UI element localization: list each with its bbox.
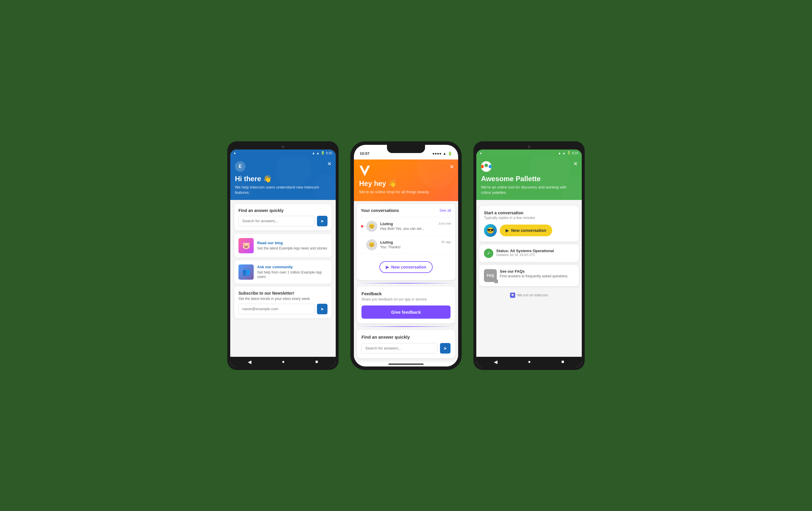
conversations-header: Your conversations See all	[357, 204, 455, 217]
conversations-container: Your conversations See all 😊 Liuting Jus	[357, 204, 455, 280]
agent-row: 😎 ▶ New conversation	[484, 224, 574, 237]
give-feedback-button[interactable]: Give feedback	[361, 305, 451, 319]
ios-signal-icon: ●●●●	[432, 151, 441, 156]
start-conversation-card: Start a conversation Typically replies i…	[479, 206, 579, 242]
signal-icon: ▲	[316, 151, 320, 155]
android-2-indicator: ●	[480, 151, 482, 155]
back-button[interactable]: ◀	[248, 359, 251, 365]
new-conversation-button-yellow[interactable]: ▶ New conversation	[500, 224, 552, 236]
android-camera-area	[230, 144, 336, 150]
ios-time: 10:07	[360, 151, 369, 156]
find-answer-title: Find an answer quickly	[361, 334, 451, 340]
find-answer-input[interactable]	[361, 343, 438, 354]
iphone-screen: 10:07 ●●●● ▲ 🔋 ✕	[354, 145, 458, 367]
conversation-name-2: Liuting	[380, 240, 393, 244]
new-conversation-button[interactable]: ▶ New conversation	[379, 261, 433, 273]
svg-point-0	[276, 157, 311, 187]
newsletter-input-row: ➤	[238, 304, 327, 314]
android-nav-bar: ◀ ● ■	[230, 357, 336, 367]
ios-subtitle: We're an online shop for all things beau…	[359, 189, 453, 195]
new-convo-label: New conversation	[392, 265, 427, 269]
faq-icon: FAQ	[484, 269, 497, 282]
faq-bubble	[494, 280, 498, 283]
faq-subtitle: Find answers to frequently asked questio…	[500, 274, 568, 279]
android-2-back-button[interactable]: ◀	[494, 359, 497, 365]
feedback-section: Feedback Share you feedback on our app o…	[357, 287, 455, 323]
yellow-btn-label: New conversation	[511, 228, 546, 233]
battery-icon: 🔋	[321, 151, 325, 155]
android-2-camera-dot	[528, 145, 530, 149]
android-2-content: Start a conversation Typically replies i…	[476, 200, 582, 357]
android-phone-2: ● ▲ ▲ 🔋 9:24 ✕	[473, 141, 585, 370]
conversation-name-row-1: Liuting Just now	[380, 222, 451, 226]
orange-pattern	[354, 160, 458, 201]
section-divider-1	[357, 283, 455, 284]
community-card-description: Get help from over 1 million Example App…	[257, 270, 327, 279]
conversations-section: Your conversations See all 😊 Liuting Jus	[357, 204, 455, 280]
community-card-title: Ask our community	[257, 265, 327, 269]
android-2-status-bar: ● ▲ ▲ 🔋 9:24	[476, 150, 582, 157]
community-thumbnail: 👥	[238, 264, 254, 280]
new-convo-row: ▶ New conversation	[357, 254, 455, 280]
conversation-preview-1: Hey Bob! Yes, you can set...	[380, 226, 451, 231]
conversation-time-1: Just now	[438, 222, 451, 226]
community-card[interactable]: 👥 Ask our community Get help from over 1…	[234, 260, 331, 284]
see-all-link[interactable]: See all	[439, 208, 451, 213]
status-card: ✓ Status: All Systems Operational Update…	[479, 244, 579, 262]
newsletter-description: Get the latest trends in your inbox ever…	[238, 297, 327, 301]
unread-indicator	[361, 225, 363, 227]
search-row: ➤	[238, 216, 327, 226]
search-button[interactable]: ➤	[317, 216, 327, 226]
ios-content: Your conversations See all 😊 Liuting Jus	[354, 201, 458, 362]
camera-dot	[282, 145, 284, 149]
blog-thumbnail: 🐷	[238, 238, 254, 253]
home-button[interactable]: ●	[282, 359, 285, 365]
yellow-btn-play-icon: ▶	[505, 228, 509, 233]
green-app-header: ✕ Awesome Pallette We're an online tool …	[476, 157, 582, 200]
conversation-content-2: Liuting 3h ago You: Thanks!	[380, 240, 451, 249]
conversation-avatar-1: 😊	[366, 221, 377, 232]
avatar-emoji-1: 😊	[369, 223, 375, 229]
android-2-home-button[interactable]: ●	[528, 359, 531, 365]
android-2-recent-button[interactable]: ■	[561, 359, 564, 365]
android-2-wifi-icon: ▲	[558, 151, 561, 155]
find-answer-button[interactable]: ➤	[440, 343, 451, 354]
status-icons: ▲ ▲ 🔋 9:25	[312, 151, 332, 155]
newsletter-title: Subscribe to our Newsletter!	[238, 291, 327, 296]
newsletter-submit-button[interactable]: ➤	[317, 304, 327, 314]
status-subtitle: Updated Jul 18, 20:03 UTC	[496, 253, 554, 257]
conversation-time-2: 3h ago	[441, 240, 451, 244]
conversations-title: Your conversations	[361, 208, 399, 213]
ios-status-icons: ●●●● ▲ 🔋	[432, 151, 452, 156]
green-subtitle: We're an online tool for discovery and w…	[481, 185, 577, 195]
search-input[interactable]	[238, 216, 315, 226]
svg-point-6	[383, 160, 429, 201]
iphone-home-bar	[354, 362, 458, 367]
close-button[interactable]: ✕	[327, 161, 331, 167]
agent-avatar: 😎	[484, 224, 497, 237]
conversation-item-1[interactable]: 😊 Liuting Just now Hey Bob! Yes, you can…	[357, 217, 455, 236]
find-answer-row: ➤	[361, 343, 451, 354]
android-screen-1: ● ▲ ▲ 🔋 9:25 ✕ E Hi there 👋 We	[230, 150, 336, 367]
find-answer-section: Find an answer quickly ➤	[357, 330, 455, 358]
blog-card-text: Read our blog Get the latest Example App…	[257, 241, 327, 251]
iphone-phone: 10:07 ●●●● ▲ 🔋 ✕	[350, 141, 462, 370]
android-2-close-button[interactable]: ✕	[573, 161, 578, 167]
conversation-content-1: Liuting Just now Hey Bob! Yes, you can s…	[380, 222, 451, 231]
section-divider-2	[357, 326, 455, 327]
intercom-footer: 💬 We run on Intercom	[476, 289, 582, 301]
newsletter-email-input[interactable]	[238, 304, 315, 314]
recent-button[interactable]: ■	[315, 359, 318, 365]
start-convo-subtitle: Typically replies in a few minutes	[484, 216, 574, 220]
android-2-status-icons: ▲ ▲ 🔋 9:24	[558, 151, 578, 155]
faq-card[interactable]: FAQ See our FAQs Find answers to frequen…	[479, 265, 579, 286]
conversation-item-2[interactable]: 😊 Liuting 3h ago You: Thanks!	[357, 236, 455, 254]
blog-card[interactable]: 🐷 Read our blog Get the latest Example A…	[234, 234, 331, 258]
ios-close-button[interactable]: ✕	[450, 164, 454, 170]
android-2-battery-icon: 🔋	[567, 151, 571, 155]
faq-title: See our FAQs	[500, 269, 568, 273]
android-phone-1: ● ▲ ▲ 🔋 9:25 ✕ E Hi there 👋 We	[227, 141, 339, 370]
search-card-title: Find an answer quickly	[238, 208, 327, 213]
new-convo-play-icon: ▶	[386, 265, 389, 269]
search-card: Find an answer quickly ➤	[234, 204, 331, 231]
